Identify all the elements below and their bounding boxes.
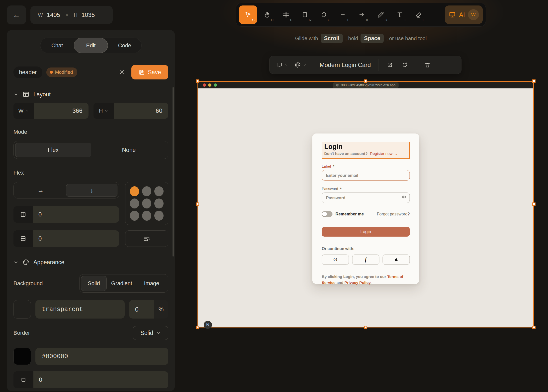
- tool-select[interactable]: S: [239, 5, 257, 24]
- tab-chat[interactable]: Chat: [40, 38, 74, 53]
- resize-handle-bottom-left[interactable]: [196, 326, 199, 329]
- facebook-login-button[interactable]: f: [352, 255, 379, 265]
- border-color-input[interactable]: [35, 353, 168, 360]
- border-style-dropdown[interactable]: Solid: [133, 326, 168, 340]
- wrap-icon: [143, 235, 151, 242]
- modified-dot: [50, 71, 53, 74]
- row-gap-input[interactable]: [33, 235, 119, 242]
- forgot-password-link[interactable]: Forgot password?: [377, 212, 410, 216]
- resize-handle-middle-right[interactable]: [532, 202, 536, 206]
- fill-color-swatch[interactable]: [13, 300, 31, 319]
- resize-handle-top-right[interactable]: [532, 79, 536, 83]
- direction-column-option[interactable]: ↓: [66, 184, 117, 197]
- align-dot-bottom-left[interactable]: [130, 211, 139, 221]
- width-input[interactable]: [34, 107, 89, 114]
- chevron-down-icon: [104, 109, 108, 113]
- align-dot-top-right[interactable]: [154, 186, 164, 196]
- align-dot-bottom-center[interactable]: [142, 211, 151, 221]
- layout-section-header[interactable]: Layout: [13, 91, 168, 98]
- tool-line[interactable]: L: [334, 5, 352, 24]
- background-gradient-option[interactable]: Gradient: [107, 276, 137, 291]
- border-color-swatch[interactable]: [13, 348, 31, 365]
- email-input[interactable]: [322, 170, 410, 181]
- alignment-grid[interactable]: [125, 182, 168, 225]
- tool-eraser[interactable]: E: [410, 5, 428, 24]
- align-dot-top-left[interactable]: [130, 186, 139, 196]
- selected-element-tag[interactable]: header: [13, 66, 42, 78]
- palette-icon: [22, 259, 29, 266]
- maximize-window-icon[interactable]: [214, 83, 217, 87]
- tool-ellipse[interactable]: C: [315, 5, 333, 24]
- tool-frame[interactable]: F: [277, 5, 295, 24]
- tool-arrow[interactable]: A: [353, 5, 371, 24]
- ai-button[interactable]: AI W: [445, 5, 483, 24]
- canvas-width-value[interactable]: 1405: [47, 11, 60, 18]
- border-width-input[interactable]: [33, 376, 168, 383]
- device-selector[interactable]: [276, 62, 288, 68]
- nextjs-dev-badge[interactable]: N: [204, 321, 212, 329]
- tab-edit[interactable]: Edit: [74, 38, 108, 53]
- border-width-control: [13, 371, 168, 388]
- mode-flex-option[interactable]: Flex: [15, 143, 91, 157]
- tool-draw[interactable]: D: [372, 5, 390, 24]
- resize-handle-middle-left[interactable]: [196, 202, 199, 206]
- opacity-input[interactable]: 0: [129, 300, 154, 319]
- resize-handle-bottom-center[interactable]: [364, 326, 367, 329]
- theme-selector[interactable]: [294, 62, 306, 68]
- open-external-button[interactable]: [384, 59, 395, 71]
- apple-login-button[interactable]: [383, 255, 410, 265]
- dimension-separator: ×: [66, 12, 68, 18]
- show-password-icon[interactable]: [402, 195, 406, 199]
- register-prompt: Don't have an account?: [324, 151, 368, 156]
- refresh-button[interactable]: [399, 59, 410, 71]
- align-dot-top-center[interactable]: [142, 186, 151, 196]
- tool-text[interactable]: T: [391, 5, 409, 24]
- tool-hand[interactable]: H: [258, 5, 276, 24]
- align-dot-middle-right[interactable]: [154, 198, 164, 208]
- height-input[interactable]: [114, 107, 169, 114]
- align-dot-middle-left[interactable]: [130, 198, 139, 208]
- panel-scrollbar[interactable]: [173, 87, 174, 257]
- save-button[interactable]: Save: [131, 65, 168, 79]
- close-window-icon[interactable]: [203, 83, 206, 87]
- tool-rectangle[interactable]: R: [296, 5, 314, 24]
- back-button[interactable]: ←: [7, 5, 26, 24]
- login-button[interactable]: Login: [322, 227, 410, 237]
- canvas-height-value[interactable]: 1035: [82, 11, 95, 18]
- arrow-icon: [358, 11, 365, 18]
- appearance-section-header[interactable]: Appearance: [13, 259, 168, 266]
- tab-code[interactable]: Code: [108, 38, 141, 53]
- delete-window-button[interactable]: [422, 59, 433, 71]
- eraser-icon: [415, 11, 422, 18]
- height-unit-dropdown[interactable]: H: [93, 103, 114, 119]
- flex-wrap-button[interactable]: [125, 230, 168, 247]
- mode-none-option[interactable]: None: [91, 143, 167, 157]
- deselect-button[interactable]: [116, 67, 127, 78]
- rectangle-icon: [301, 11, 308, 18]
- background-solid-option[interactable]: Solid: [81, 276, 107, 291]
- globe-icon: [336, 83, 339, 87]
- resize-handle-top-center[interactable]: [364, 79, 367, 83]
- continue-with-label: Or continue with:: [322, 247, 410, 251]
- address-bar[interactable]: 3000-ilkd64ytt85g7t9r8z2kg.e2b.app: [333, 82, 399, 88]
- fill-color-input[interactable]: [35, 306, 125, 313]
- minimize-window-icon[interactable]: [208, 83, 211, 87]
- preview-window[interactable]: 3000-ilkd64ytt85g7t9r8z2kg.e2b.app Login…: [197, 81, 534, 327]
- google-login-button[interactable]: G: [322, 255, 349, 265]
- privacy-policy-link[interactable]: Privacy Policy: [345, 280, 370, 285]
- password-input[interactable]: [322, 193, 410, 203]
- width-unit-dropdown[interactable]: W: [13, 103, 34, 119]
- remember-me-toggle[interactable]: [322, 211, 333, 217]
- arrow-right-icon: →: [394, 151, 398, 156]
- direction-row-option[interactable]: →: [15, 184, 66, 197]
- resize-handle-bottom-right[interactable]: [532, 326, 536, 329]
- align-dot-bottom-right[interactable]: [154, 211, 164, 221]
- facebook-icon: f: [365, 257, 367, 262]
- layout-section-title: Layout: [33, 91, 51, 98]
- register-link[interactable]: Register now →: [370, 151, 398, 156]
- align-dot-middle-center[interactable]: [142, 198, 151, 208]
- column-gap-input[interactable]: [33, 211, 119, 218]
- background-image-option[interactable]: Image: [137, 276, 167, 291]
- resize-handle-top-left[interactable]: [196, 79, 199, 83]
- selected-header-element[interactable]: Login Don't have an account? Register no…: [322, 142, 410, 159]
